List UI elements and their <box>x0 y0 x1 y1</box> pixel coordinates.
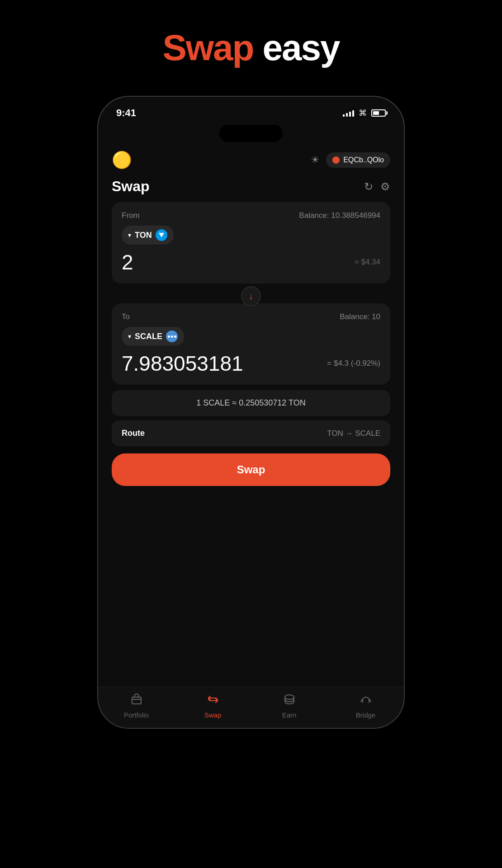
earn-icon <box>284 693 295 708</box>
scale-icon <box>166 330 178 342</box>
rate-info-row: 1 SCALE ≈ 0.250530712 TON <box>112 390 390 416</box>
from-token-name: TON <box>135 231 152 240</box>
svg-rect-0 <box>132 697 141 704</box>
earn-label: Earn <box>282 711 297 719</box>
status-icons: ⌘ <box>343 108 386 118</box>
status-time: 9:41 <box>116 107 136 119</box>
to-token-name: SCALE <box>135 332 162 341</box>
to-card: To Balance: 10 ▾ SCALE <box>112 303 390 385</box>
svg-point-2 <box>285 695 294 699</box>
to-balance: Balance: 10 <box>340 312 380 321</box>
route-row: Route TON → SCALE <box>112 420 390 446</box>
headline-swap: Swap <box>162 28 253 68</box>
swap-nav-icon <box>207 693 219 708</box>
to-label-row: To Balance: 10 <box>122 312 380 321</box>
nav-item-earn[interactable]: Earn <box>267 693 312 719</box>
wifi-icon: ⌘ <box>359 108 367 118</box>
bottom-nav: Portfolio Swap <box>98 687 404 728</box>
top-nav-right: ☀ EQCb..QOlo <box>311 152 390 168</box>
battery-icon <box>371 109 386 117</box>
top-nav: 🟡 ☀ EQCb..QOlo <box>112 142 390 175</box>
header-icons: ↻ ⚙ <box>364 180 390 193</box>
to-label: To <box>122 312 130 321</box>
swap-direction-button[interactable]: ↓ <box>241 286 261 306</box>
to-amount-row: 7.983053181 = $4.3 (-0.92%) <box>122 351 380 376</box>
ton-icon <box>156 229 167 241</box>
swap-nav-label: Swap <box>204 711 222 719</box>
phone-screen: 9:41 ⌘ <box>98 97 404 728</box>
route-value: TON → SCALE <box>327 429 380 438</box>
from-label-row: From Balance: 10.388546994 <box>122 211 380 220</box>
chevron-down-icon: ▾ <box>128 333 131 340</box>
from-label: From <box>122 211 140 220</box>
wallet-address: EQCb..QOlo <box>343 156 384 164</box>
swap-direction-wrapper: ↓ <box>112 286 390 306</box>
from-token-selector[interactable]: ▾ TON <box>122 226 174 245</box>
page-wrapper: Swap easy 9:41 ⌘ <box>0 0 502 868</box>
phone-shell: 9:41 ⌘ <box>97 96 405 729</box>
portfolio-icon <box>131 693 142 708</box>
wallet-badge[interactable]: EQCb..QOlo <box>326 152 390 168</box>
page-header: Swap ↻ ⚙ <box>112 175 390 202</box>
headline: Swap easy <box>162 27 339 69</box>
nav-item-swap[interactable]: Swap <box>190 693 236 719</box>
from-usd-value: = $4.34 <box>355 258 380 267</box>
settings-button[interactable]: ⚙ <box>380 180 390 193</box>
to-amount[interactable]: 7.983053181 <box>122 351 243 376</box>
to-usd-value: = $4.3 (-0.92%) <box>327 359 380 368</box>
theme-toggle-icon[interactable]: ☀ <box>311 154 320 166</box>
refresh-button[interactable]: ↻ <box>364 180 373 193</box>
from-balance: Balance: 10.388546994 <box>299 211 380 220</box>
swap-button[interactable]: Swap <box>112 453 390 486</box>
bridge-label: Bridge <box>356 711 375 719</box>
app-logo: 🟡 <box>112 150 132 170</box>
rate-info-text: 1 SCALE ≈ 0.250530712 TON <box>196 398 305 408</box>
chevron-down-icon: ▾ <box>128 231 131 239</box>
bridge-icon <box>360 693 372 708</box>
signal-icon <box>343 109 354 117</box>
from-card: From Balance: 10.388546994 ▾ TON 2 <box>112 202 390 283</box>
dynamic-island <box>219 125 283 142</box>
page-title: Swap <box>112 178 150 195</box>
nav-item-portfolio[interactable]: Portfolio <box>114 693 159 719</box>
wallet-dot <box>332 156 340 164</box>
route-label: Route <box>122 429 145 438</box>
from-amount-row: 2 = $4.34 <box>122 250 380 274</box>
to-token-selector[interactable]: ▾ SCALE <box>122 327 184 346</box>
portfolio-label: Portfolio <box>124 711 149 719</box>
app-content: 🟡 ☀ EQCb..QOlo Swap ↻ ⚙ <box>98 142 404 687</box>
nav-item-bridge[interactable]: Bridge <box>343 693 388 719</box>
status-bar: 9:41 ⌘ <box>98 97 404 122</box>
headline-easy: easy <box>253 28 339 68</box>
from-amount[interactable]: 2 <box>122 250 133 274</box>
